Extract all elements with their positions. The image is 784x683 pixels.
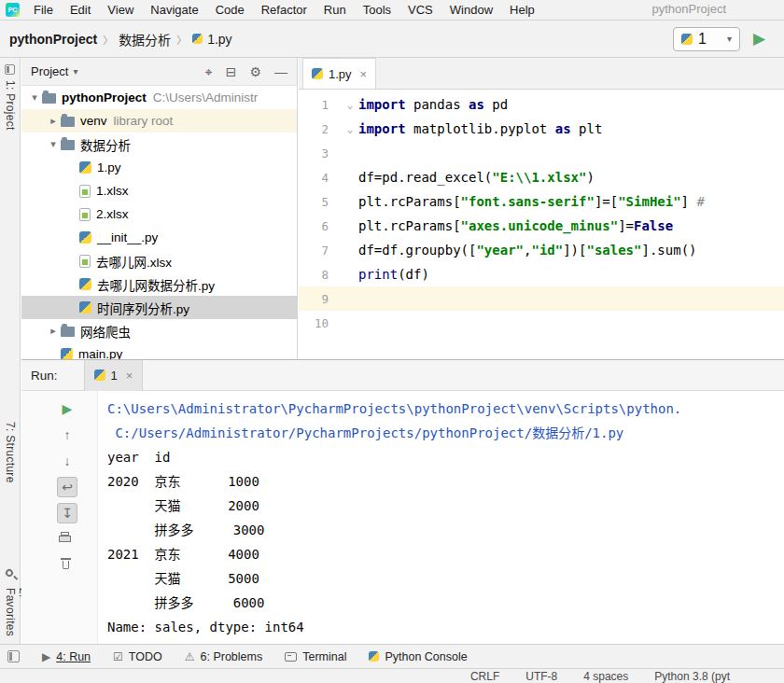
line-number: 3 (299, 146, 342, 160)
pycharm-window: PC FileEditViewNavigateCodeRefactorRunTo… (0, 0, 784, 683)
scroll-to-end-icon[interactable]: ↧ (57, 503, 77, 523)
expand-arrow-icon[interactable]: ▸ (46, 115, 61, 127)
tree-item-item[interactable]: ▾数据分析 (21, 132, 297, 156)
code-line-4[interactable]: 4df=pd.read_excel("E:\\1.xlsx") (299, 165, 784, 189)
tree-item-item[interactable]: ▸网络爬虫 (21, 319, 297, 342)
close-icon[interactable]: × (126, 369, 133, 383)
rerun-icon[interactable]: ▶ (57, 398, 77, 419)
console-line[interactable]: 2020 京东 1000 (107, 469, 784, 494)
code-line-6[interactable]: 6plt.rcParams["axes.unicode_minus"]=Fals… (299, 214, 784, 238)
tree-item-py[interactable]: 时间序列分析.py (21, 296, 297, 319)
expand-arrow-icon[interactable]: ▾ (27, 91, 42, 104)
breadcrumb-item-pythonproject[interactable]: pythonProject (9, 32, 97, 47)
tool-window-switcher-icon[interactable] (7, 650, 20, 662)
menu-file[interactable]: File (25, 0, 62, 20)
console-line[interactable]: C:\Users\Administrator\PycharmProjects\p… (107, 397, 784, 421)
menu-code[interactable]: Code (207, 0, 253, 20)
console-line[interactable]: 天猫 5000 (107, 566, 784, 591)
folder-icon (61, 140, 75, 150)
code-text: import matplotlib.pyplot as plt (358, 121, 602, 136)
run-tab[interactable]: 1 × (84, 360, 144, 391)
close-icon[interactable]: × (360, 67, 368, 81)
console-line[interactable]: 天猫 2000 (107, 494, 784, 518)
python-icon (79, 231, 91, 244)
status-utf-8[interactable]: UTF-8 (525, 670, 557, 683)
tree-item-py[interactable]: 去哪儿网数据分析.py (21, 272, 297, 296)
terminal-icon (285, 652, 297, 662)
tree-item-pythonproject[interactable]: ▾pythonProjectC:\Users\Administr (21, 86, 297, 109)
pin-icon[interactable] (4, 567, 14, 578)
bottom-tab-python-console[interactable]: Python Console (369, 650, 467, 663)
expand-arrow-icon[interactable]: ▸ (46, 325, 61, 337)
code-text: plt.rcParams["font.sans-serif"]=["SimHei… (358, 194, 705, 209)
status-4-spaces[interactable]: 4 spaces (583, 670, 628, 683)
menu-window[interactable]: Window (441, 0, 501, 20)
expand-arrow-icon[interactable]: ▾ (46, 138, 61, 150)
status-bar: CRLFUTF-84 spacesPython 3.8 (pyt (0, 668, 784, 683)
down-icon[interactable]: ↓ (57, 451, 77, 471)
code-line-9[interactable]: 9 (299, 286, 784, 311)
collapse-all-icon[interactable]: ⊟ (226, 65, 237, 78)
bottom-tab-4-run[interactable]: ▶4: Run (42, 650, 91, 663)
code-line-8[interactable]: 8print(df) (299, 262, 784, 286)
code-line-2[interactable]: 2⌄import matplotlib.pyplot as plt (299, 117, 784, 141)
navigation-bar: pythonProject〉数据分析〉1.py 1 ▾ ▶ (0, 21, 784, 58)
menu-refactor[interactable]: Refactor (253, 0, 315, 20)
status-crlf[interactable]: CRLF (470, 670, 499, 683)
menu-view[interactable]: View (99, 0, 142, 20)
breadcrumb-item-item[interactable]: 数据分析 (119, 30, 171, 49)
console-line[interactable]: year id (107, 445, 784, 469)
code-line-3[interactable]: 3 (299, 141, 784, 165)
bottom-tab-terminal[interactable]: Terminal (285, 650, 346, 663)
menu-tools[interactable]: Tools (355, 0, 399, 20)
tool-strip-project[interactable]: 1: Project (4, 80, 17, 131)
settings-icon[interactable]: ⚙ (249, 65, 261, 78)
code-line-1[interactable]: 1⌄import pandas as pd (299, 92, 784, 117)
run-panel-title: Run: (31, 369, 58, 383)
clear-icon[interactable] (57, 555, 77, 576)
run-config-selector[interactable]: 1 ▾ (673, 27, 740, 51)
breadcrumb-label: 1.py (207, 32, 231, 47)
code-line-10[interactable]: 10 (299, 311, 784, 335)
tree-item-1-py[interactable]: 1.py (21, 156, 297, 179)
tree-item-1-xlsx[interactable]: 1.xlsx (21, 179, 297, 202)
status-python-3-8-pyt[interactable]: Python 3.8 (pyt (654, 670, 730, 683)
locate-icon[interactable]: ⌖ (205, 65, 213, 78)
up-icon[interactable]: ↑ (57, 425, 77, 445)
menu-vcs[interactable]: VCS (399, 0, 441, 20)
hide-icon[interactable]: — (274, 65, 287, 78)
tree-item-main-py[interactable]: main.py (21, 342, 297, 359)
print-icon[interactable] (57, 529, 77, 550)
code-line-7[interactable]: 7df=df.groupby(["year","id"])["sales"].s… (299, 238, 784, 262)
run-button[interactable]: ▶ (753, 31, 765, 47)
console-line[interactable]: C:/Users/Administrator/PycharmProjects/p… (107, 421, 784, 445)
console-line[interactable]: 拼多多 6000 (107, 591, 784, 615)
tool-strip-structure[interactable]: 7: Structure (4, 422, 17, 483)
fold-icon[interactable]: ⌄ (342, 123, 358, 135)
console-line[interactable]: 拼多多 3000 (107, 518, 784, 542)
menu-edit[interactable]: Edit (62, 0, 99, 20)
tree-item-init-py[interactable]: __init__.py (21, 226, 297, 249)
soft-wrap-icon[interactable]: ↩ (57, 477, 77, 497)
menu-help[interactable]: Help (501, 0, 543, 20)
run-toolbar: ▶↑↓↩↧ (21, 391, 98, 644)
fold-icon[interactable]: ⌄ (342, 99, 358, 111)
project-view-selector[interactable]: Project ▾ (31, 64, 78, 78)
console-line[interactable]: 2021 京东 4000 (107, 542, 784, 566)
bottom-tab-6-problems[interactable]: ⚠6: Problems (185, 650, 262, 663)
editor-tab[interactable]: 1.py × (302, 58, 376, 89)
console-output[interactable]: C:\Users\Administrator\PycharmProjects\p… (98, 391, 784, 644)
console-line[interactable]: Name: sales, dtype: int64 (107, 615, 784, 639)
code-line-5[interactable]: 5plt.rcParams["font.sans-serif"]=["SimHe… (299, 189, 784, 214)
menu-navigate[interactable]: Navigate (142, 0, 206, 20)
tree-item-venv[interactable]: ▸venvlibrary root (21, 109, 297, 132)
python-icon (79, 161, 91, 174)
xlsx-icon (79, 255, 91, 268)
tree-item-2-xlsx[interactable]: 2.xlsx (21, 202, 297, 226)
breadcrumb-item-1-py[interactable]: 1.py (192, 32, 231, 47)
menu-run[interactable]: Run (315, 0, 355, 20)
python-icon (681, 34, 693, 45)
tree-item-xlsx[interactable]: 去哪儿网.xlsx (21, 249, 297, 272)
code-editor[interactable]: 1⌄import pandas as pd2⌄import matplotlib… (299, 90, 784, 359)
bottom-tab-todo[interactable]: ☑TODO (113, 650, 162, 663)
